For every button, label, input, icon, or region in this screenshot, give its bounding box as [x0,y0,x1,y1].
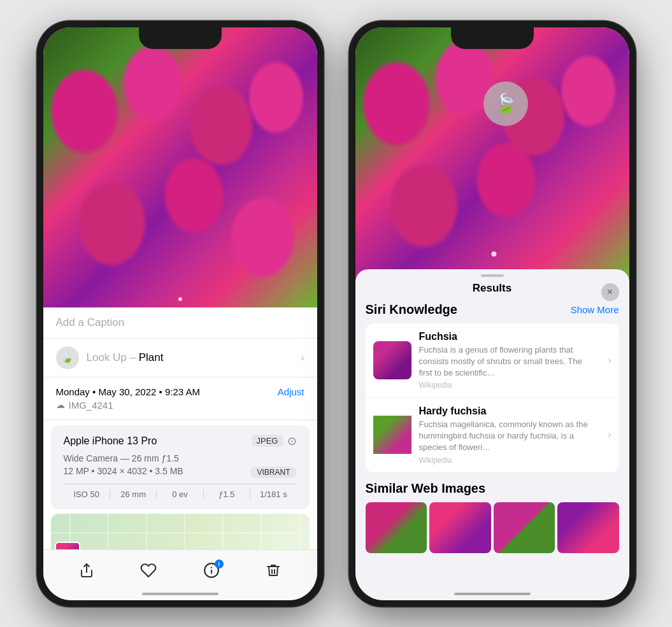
hardy-fuchsia-thumbnail [373,416,411,454]
exif-focal: 26 mm [110,490,157,499]
close-button[interactable]: ✕ [601,283,619,301]
photo-image-2[interactable]: 🍃 [355,27,629,282]
phone-1: Add a Caption 🍃 Look Up – Plant › Monday… [37,21,324,607]
similar-title: Similar Web Images [366,481,619,496]
sheet-content: Siri Knowledge Show More Fuchsia F [355,302,629,595]
info-badge: i [215,560,224,568]
lens-icon: ⊙ [287,434,297,448]
info-section: Monday • May 30, 2022 • 9:23 AM Adjust ☁… [43,377,317,420]
show-more-button[interactable]: Show More [571,304,619,315]
knowledge-card: Fuchsia Fuchsia is a genus of flowering … [366,323,619,472]
caption-placeholder[interactable]: Add a Caption [56,316,125,328]
similar-image-4[interactable] [557,502,619,553]
lookup-icon: 🍃 [56,346,79,369]
notch [139,27,222,49]
image-filename: IMG_4241 [69,400,113,411]
siri-knowledge-title: Siri Knowledge [366,302,457,317]
vibrant-badge: VIBRANT [250,467,296,478]
similar-image-1[interactable] [366,502,427,553]
device-name: Apple iPhone 13 Pro [64,435,157,447]
lookup-chevron-icon: › [301,353,304,363]
photo-image[interactable] [43,27,317,307]
lookup-label: Look Up – Plant [87,351,164,364]
knowledge-item-fuchsia[interactable]: Fuchsia Fuchsia is a genus of flowering … [366,323,619,398]
phone-2: 🍃 Results ✕ Siri Knowledge Show M [349,21,636,607]
date-text: Monday • May 30, 2022 • 9:23 AM [56,386,200,397]
similar-images-grid [366,502,619,553]
home-indicator [142,593,218,595]
adjust-button[interactable]: Adjust [278,386,304,397]
hardy-fuchsia-chevron-icon: › [608,429,611,440]
notch-2 [451,27,534,49]
fuchsia-source: Wikipedia [419,381,596,390]
home-indicator-2 [454,593,531,595]
siri-knowledge-header: Siri Knowledge Show More [366,302,619,317]
hardy-fuchsia-text: Hardy fuchsia Fuchsia magellanica, commo… [419,405,596,465]
cloud-icon: ☁ [56,400,65,410]
sheet-handle [481,274,504,277]
exif-shutter: 1/181 s [250,490,296,499]
exif-ev: 0 ev [157,490,203,499]
similar-image-3[interactable] [494,502,555,553]
hardy-fuchsia-source: Wikipedia [419,456,596,465]
trash-button[interactable] [266,563,281,578]
similar-section: Similar Web Images [366,481,619,553]
exif-row: ISO 50 26 mm 0 ev ƒ1.5 1/181 s [64,484,297,499]
caption-area[interactable]: Add a Caption [43,307,317,339]
exif-iso: ISO 50 [64,490,110,499]
jpeg-badge: JPEG [252,435,283,447]
fuchsia-thumbnail [373,341,411,379]
knowledge-item-hardy-fuchsia[interactable]: Hardy fuchsia Fuchsia magellanica, commo… [366,398,619,472]
mp-detail: 12 MP • 3024 × 4032 • 3.5 MB [64,466,183,476]
page-indicator [178,297,182,301]
lookup-row[interactable]: 🍃 Look Up – Plant › [43,339,317,377]
camera-detail: Wide Camera — 26 mm ƒ1.5 [64,453,297,463]
sheet-title: Results [473,282,511,295]
exif-aperture: ƒ1.5 [204,490,250,499]
bottom-sheet: Results ✕ Siri Knowledge Show More [355,269,629,600]
info-button[interactable]: i [203,562,220,579]
fuchsia-text: Fuchsia Fuchsia is a genus of flowering … [419,331,596,390]
hardy-fuchsia-desc: Fuchsia magellanica, commonly known as t… [419,419,596,454]
sheet-header: Results ✕ [355,282,629,302]
fuchsia-chevron-icon: › [608,355,611,366]
similar-image-2[interactable] [429,502,491,553]
heart-button[interactable] [140,562,157,579]
siri-lookup-bubble[interactable]: 🍃 [483,81,528,126]
share-button[interactable] [79,563,94,578]
siri-dot [491,251,496,257]
fuchsia-desc: Fuchsia is a genus of flowering plants t… [419,344,596,379]
device-section: Apple iPhone 13 Pro JPEG ⊙ Wide Camera —… [51,425,310,509]
hardy-fuchsia-title: Hardy fuchsia [419,405,596,417]
fuchsia-title: Fuchsia [419,331,596,342]
